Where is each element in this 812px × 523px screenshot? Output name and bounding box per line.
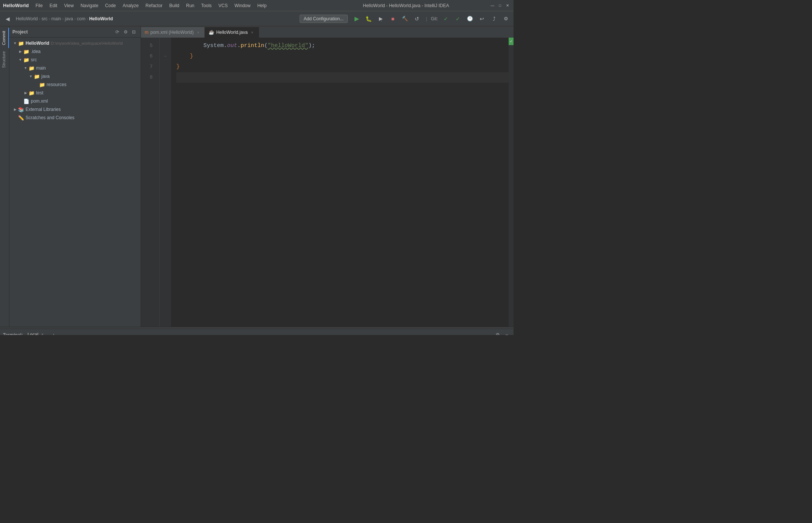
code-line-7: } bbox=[176, 62, 509, 72]
editor-area: m pom.xml (HelloWorld) × ☕ HelloWorld.ja… bbox=[141, 26, 514, 327]
terminal-add-button[interactable]: + bbox=[50, 331, 58, 335]
debug-button[interactable]: 🐛 bbox=[364, 14, 374, 24]
breadcrumb: HelloWorld › src › main › java › com › H… bbox=[16, 16, 113, 21]
tree-item-java[interactable]: ▼ 📁 java bbox=[9, 72, 141, 80]
terminal-tab-close[interactable]: × bbox=[40, 332, 45, 335]
tree-label-main: main bbox=[36, 65, 46, 71]
tree-item-helloworld[interactable]: ▼ 📁 HelloWorld D:\mywork\idea_workspace\… bbox=[9, 39, 141, 47]
minimize-button[interactable]: — bbox=[489, 3, 495, 9]
terminal-title: Terminal: bbox=[3, 332, 23, 335]
code-editor: 5 6 7 8 — System.out.println("helloWorld… bbox=[141, 38, 514, 327]
cog-icon[interactable]: ⚙ bbox=[122, 28, 129, 36]
terminal-settings-button[interactable]: ⚙ bbox=[494, 331, 501, 335]
code-content[interactable]: System.out.println("helloWorld"); } } bbox=[171, 38, 509, 327]
back-button[interactable]: ◀ bbox=[2, 14, 13, 24]
collapse-icon[interactable]: ⊟ bbox=[130, 28, 138, 36]
tab-pomxml[interactable]: m pom.xml (HelloWorld) × bbox=[141, 27, 205, 38]
close-button[interactable]: ✕ bbox=[504, 3, 511, 9]
tree-label-src: src bbox=[31, 57, 37, 62]
menu-navigate[interactable]: Navigate bbox=[77, 2, 101, 9]
arrow-main: ▼ bbox=[23, 66, 28, 70]
arrow-external-libs: ▶ bbox=[12, 108, 18, 111]
menu-view[interactable]: View bbox=[61, 2, 77, 9]
rerun-button[interactable]: ↺ bbox=[412, 14, 422, 24]
breadcrumb-java[interactable]: java bbox=[65, 16, 73, 21]
add-configuration-button[interactable]: Add Configuration... bbox=[300, 15, 348, 23]
editor-gutter: — bbox=[160, 38, 171, 327]
tree-label-pomxml: pom.xml bbox=[31, 99, 48, 104]
project-panel-icons: ⟳ ⚙ ⊟ bbox=[114, 28, 138, 36]
terminal-minimize-button[interactable]: − bbox=[503, 331, 511, 335]
menu-file[interactable]: File bbox=[32, 2, 45, 9]
breadcrumb-src[interactable]: src bbox=[41, 16, 47, 21]
project-tree: ▼ 📁 HelloWorld D:\mywork\idea_workspace\… bbox=[9, 38, 141, 327]
menu-help[interactable]: Help bbox=[254, 2, 270, 9]
menu-run[interactable]: Run bbox=[183, 2, 197, 9]
menu-analyze[interactable]: Analyze bbox=[120, 2, 142, 9]
tree-item-resources[interactable]: 📁 resources bbox=[9, 80, 141, 89]
terminal-area: Terminal: Local × + ⚙ − D:\mywork\idea_w… bbox=[0, 329, 514, 335]
project-panel-header: Project ⟳ ⚙ ⊟ bbox=[9, 26, 141, 38]
tree-label-java: java bbox=[41, 74, 50, 79]
git-push[interactable]: ⤴ bbox=[489, 14, 499, 24]
tab-close-pomxml[interactable]: × bbox=[195, 30, 201, 35]
tab-label-pomxml: pom.xml (HelloWorld) bbox=[150, 30, 194, 35]
tree-item-external-libs[interactable]: ▶ 📚 External Libraries bbox=[9, 105, 141, 114]
git-label: Git: bbox=[431, 16, 438, 21]
window-title: HelloWorld - HelloWorld.java - IntelliJ … bbox=[363, 3, 449, 8]
stop-button[interactable]: ■ bbox=[388, 14, 398, 24]
menu-vcs[interactable]: VCS bbox=[215, 2, 231, 9]
sync-icon[interactable]: ⟳ bbox=[114, 28, 121, 36]
arrow-helloworld: ▼ bbox=[12, 41, 18, 45]
tree-label-scratches: Scratches and Consoles bbox=[26, 115, 74, 120]
breadcrumb-main[interactable]: main bbox=[51, 16, 61, 21]
tab-close-java[interactable]: × bbox=[250, 30, 255, 35]
tree-label-test: test bbox=[36, 90, 43, 96]
menu-tools[interactable]: Tools bbox=[198, 2, 215, 9]
build-button[interactable]: 🔨 bbox=[400, 14, 410, 24]
ln-5: 5 bbox=[141, 41, 156, 51]
menu-build[interactable]: Build bbox=[166, 2, 182, 9]
tree-item-src[interactable]: ▼ 📁 src bbox=[9, 56, 141, 64]
coverage-button[interactable]: ▶̣ bbox=[376, 14, 386, 24]
tree-label-external-libs: External Libraries bbox=[26, 107, 61, 112]
breadcrumb-helloworld[interactable]: HelloWorld bbox=[16, 16, 38, 21]
arrow-idea: ▶ bbox=[18, 50, 23, 53]
git-rollback[interactable]: ↩ bbox=[477, 14, 487, 24]
code-line-5: System.out.println("helloWorld"); bbox=[176, 41, 509, 51]
arrow-java: ▼ bbox=[28, 74, 33, 78]
menu-bar: HelloWorld File Edit View Navigate Code … bbox=[3, 2, 270, 9]
breadcrumb-helloworld-class[interactable]: HelloWorld bbox=[89, 16, 113, 21]
tree-path-helloworld: D:\mywork\idea_workspace\HelloWorld bbox=[51, 41, 123, 45]
tree-item-main[interactable]: ▼ 📁 main bbox=[9, 64, 141, 72]
maximize-button[interactable]: □ bbox=[497, 3, 503, 9]
menu-edit[interactable]: Edit bbox=[47, 2, 61, 9]
git-checkmark1[interactable]: ✓ bbox=[441, 14, 451, 24]
menu-code[interactable]: Code bbox=[102, 2, 119, 9]
terminal-tab-local[interactable]: Local × bbox=[24, 330, 48, 335]
tree-label-idea: .idea bbox=[31, 49, 41, 54]
tree-item-test[interactable]: ▶ 📁 test bbox=[9, 89, 141, 97]
ln-7: 7 bbox=[141, 62, 156, 72]
menu-window[interactable]: Window bbox=[232, 2, 254, 9]
line-numbers: 5 6 7 8 bbox=[141, 38, 160, 327]
breadcrumb-com[interactable]: com bbox=[77, 16, 86, 21]
ln-8: 8 bbox=[141, 72, 156, 83]
commit-tab[interactable]: Commit bbox=[0, 28, 9, 48]
structure-tab[interactable]: Structure bbox=[0, 48, 9, 71]
icon-scratches: ✏️ bbox=[18, 115, 24, 121]
settings-button[interactable]: ⚙ bbox=[501, 14, 511, 24]
tab-helloworld-java[interactable]: ☕ HelloWorld.java × bbox=[205, 27, 259, 38]
ln-6: 6 bbox=[141, 51, 156, 62]
git-checkmark2[interactable]: ✓ bbox=[453, 14, 463, 24]
arrow-src: ▼ bbox=[18, 58, 23, 62]
menu-refactor[interactable]: Refactor bbox=[142, 2, 165, 9]
tree-item-pomxml[interactable]: 📄 pom.xml bbox=[9, 97, 141, 105]
git-history[interactable]: 🕐 bbox=[465, 14, 475, 24]
run-button[interactable]: ▶ bbox=[351, 14, 362, 24]
tab-label-java: HelloWorld.java bbox=[216, 30, 248, 35]
code-line-6: } bbox=[176, 51, 509, 62]
editor-right-strip: ✓ bbox=[509, 38, 514, 327]
tree-item-scratches[interactable]: ✏️ Scratches and Consoles bbox=[9, 114, 141, 122]
tree-item-idea[interactable]: ▶ 📁 .idea bbox=[9, 47, 141, 56]
